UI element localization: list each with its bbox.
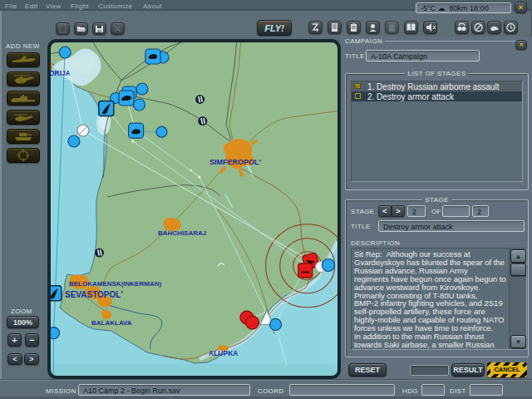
svg-text:ORIJA: ORIJA [49, 69, 71, 77]
svg-text:ALUPKA: ALUPKA [209, 349, 238, 357]
svg-text:BALAKLAVA: BALAKLAVA [91, 319, 132, 327]
svg-text:SEVASTOPOL': SEVASTOPOL' [65, 290, 123, 299]
svg-text:BAHCHISARAJ: BAHCHISARAJ [158, 229, 206, 237]
svg-text:BELOKAMENSK(INKERMAN): BELOKAMENSK(INKERMAN) [69, 280, 161, 288]
svg-text:SIMFEROPOL': SIMFEROPOL' [209, 158, 261, 166]
